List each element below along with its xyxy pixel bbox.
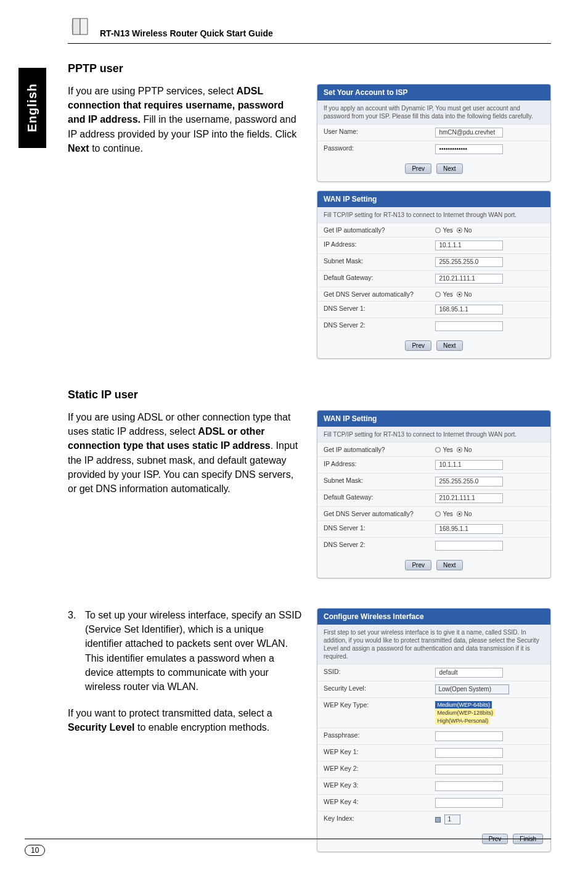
page-number: 10 xyxy=(25,845,45,856)
language-label: English xyxy=(25,83,39,132)
getip-no-radio[interactable]: No xyxy=(457,446,472,453)
book-icon xyxy=(68,14,92,38)
subnet-label: Subnet Mask: xyxy=(317,474,429,490)
subnet-input[interactable]: 255.255.255.0 xyxy=(435,257,503,267)
key-index-label: Key Index: xyxy=(317,811,429,828)
dns1-label: DNS Server 1: xyxy=(317,302,429,318)
fig-account-title: Set Your Account to ISP xyxy=(317,84,550,101)
opt-high-wpa[interactable]: High(WPA-Personal) xyxy=(435,717,490,725)
wep-key1-input[interactable] xyxy=(435,748,503,758)
wep-key-type-label: WEP Key Type: xyxy=(317,698,429,728)
opt-medium-64[interactable]: Medium(WEP-64bits) xyxy=(435,701,492,708)
step3-paragraph: 3. To set up your wireless interface, sp… xyxy=(68,608,302,694)
protect-paragraph: If you want to protect transmitted data,… xyxy=(68,706,302,734)
wep-key2-input[interactable] xyxy=(435,765,503,774)
key-index-select[interactable]: 1 xyxy=(444,815,460,824)
pptp-heading: PPTP user xyxy=(68,62,551,75)
fig-wan2-title: WAN IP Setting xyxy=(317,411,550,427)
wep-key4-label: WEP Key 4: xyxy=(317,795,429,811)
getip-no-radio[interactable]: No xyxy=(457,227,472,234)
dns2-label: DNS Server 2: xyxy=(317,538,429,554)
ipaddr-label: IP Address: xyxy=(317,237,429,253)
passphrase-input[interactable] xyxy=(435,731,503,741)
fig-configure-wireless: Configure Wireless Interface First step … xyxy=(317,608,551,852)
getip-yes-radio[interactable]: Yes xyxy=(435,227,452,234)
staticip-heading: Static IP user xyxy=(68,388,551,401)
security-level-label: Security Level: xyxy=(317,681,429,697)
wep-key2-label: WEP Key 2: xyxy=(317,762,429,778)
fig-wan-ip-1: WAN IP Setting Fill TCP/IP setting for R… xyxy=(317,191,551,359)
gateway-label: Default Gateway: xyxy=(317,271,429,287)
fig-account-sub: If you apply an account with Dynamic IP,… xyxy=(317,101,550,124)
getdns-no-radio[interactable]: No xyxy=(457,511,472,517)
prev-button[interactable]: Prev xyxy=(405,163,431,174)
password-input[interactable]: ••••••••••••• xyxy=(435,144,503,154)
ssid-input[interactable]: default xyxy=(435,668,503,678)
getip-yes-radio[interactable]: Yes xyxy=(435,446,452,453)
ipaddr-input[interactable]: 10.1.1.1 xyxy=(435,240,503,250)
gateway-input[interactable]: 210.21.111.1 xyxy=(435,493,503,503)
getip-label: Get IP automatically? xyxy=(317,443,429,456)
header-title: RT-N13 Wireless Router Quick Start Guide xyxy=(100,28,273,38)
fig-wan1-sub: Fill TCP/IP setting for RT-N13 to connec… xyxy=(317,207,550,223)
wep-key3-input[interactable] xyxy=(435,781,503,791)
getdns-label: Get DNS Server automatically? xyxy=(317,507,429,520)
staticip-paragraph: If you are using ADSL or other connectio… xyxy=(68,410,302,496)
username-label: User Name: xyxy=(317,125,429,141)
fig-wan1-title: WAN IP Setting xyxy=(317,191,550,207)
getdns-no-radio[interactable]: No xyxy=(457,291,472,298)
getdns-yes-radio[interactable]: Yes xyxy=(435,511,452,517)
prev-button[interactable]: Prev xyxy=(405,560,431,570)
fig-set-account: Set Your Account to ISP If you apply an … xyxy=(317,84,551,182)
subnet-input[interactable]: 255.255.255.0 xyxy=(435,477,503,487)
next-button[interactable]: Next xyxy=(436,163,463,174)
dns1-label: DNS Server 1: xyxy=(317,521,429,537)
next-button[interactable]: Next xyxy=(436,340,463,351)
fig-wifi-sub: First step to set your wireless interfac… xyxy=(317,625,550,664)
passphrase-label: Passphrase: xyxy=(317,728,429,744)
gateway-label: Default Gateway: xyxy=(317,490,429,506)
subnet-label: Subnet Mask: xyxy=(317,254,429,270)
getip-label: Get IP automatically? xyxy=(317,223,429,237)
fig-wifi-title: Configure Wireless Interface xyxy=(317,609,550,625)
prev-button[interactable]: Prev xyxy=(405,340,431,351)
dns2-label: DNS Server 2: xyxy=(317,318,429,334)
dns1-input[interactable]: 168.95.1.1 xyxy=(435,305,503,314)
dns1-input[interactable]: 168.95.1.1 xyxy=(435,524,503,534)
username-input[interactable]: hmCN@pdu.crevhet xyxy=(435,128,503,138)
gateway-input[interactable]: 210.21.111.1 xyxy=(435,274,503,284)
fig-wan-ip-2: WAN IP Setting Fill TCP/IP setting for R… xyxy=(317,410,551,578)
dns2-input[interactable] xyxy=(435,541,503,551)
ssid-label: SSID: xyxy=(317,665,429,681)
getdns-label: Get DNS Server automatically? xyxy=(317,287,429,301)
dns2-input[interactable] xyxy=(435,321,503,331)
ipaddr-input[interactable]: 10.1.1.1 xyxy=(435,460,503,470)
fig-wan2-sub: Fill TCP/IP setting for RT-N13 to connec… xyxy=(317,427,550,442)
wep-key3-label: WEP Key 3: xyxy=(317,778,429,794)
wep-key1-label: WEP Key 1: xyxy=(317,745,429,761)
security-level-select[interactable]: Low(Open System) xyxy=(435,684,509,694)
square-icon xyxy=(435,817,441,823)
pptp-paragraph: If you are using PPTP services, select A… xyxy=(68,84,302,155)
password-label: Password: xyxy=(317,141,429,157)
opt-medium-128[interactable]: Medium(WEP-128bits) xyxy=(435,709,495,717)
ipaddr-label: IP Address: xyxy=(317,457,429,473)
getdns-yes-radio[interactable]: Yes xyxy=(435,291,452,298)
language-tab: English xyxy=(18,68,46,148)
wep-key4-input[interactable] xyxy=(435,798,503,808)
next-button[interactable]: Next xyxy=(436,560,463,570)
